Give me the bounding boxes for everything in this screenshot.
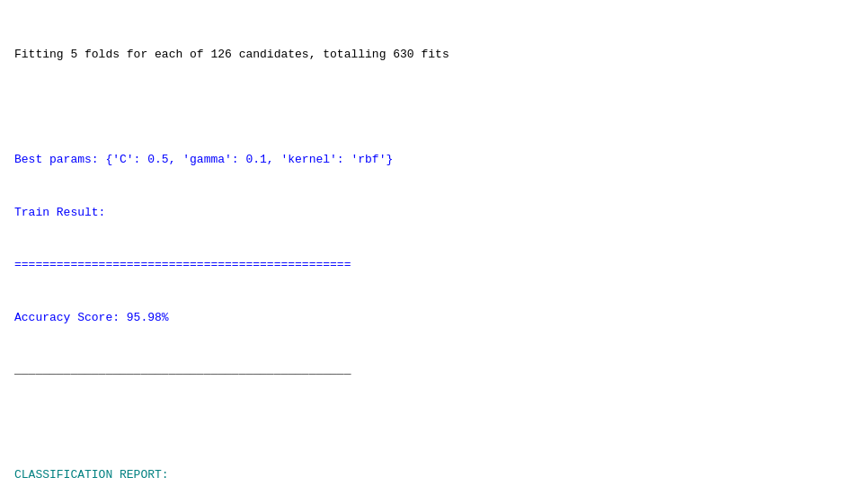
train-classification-header: CLASSIFICATION REPORT: (14, 466, 848, 484)
train-result-label: Train Result: (14, 204, 848, 222)
train-separator-1: ========================================… (14, 256, 848, 274)
fitting-line: Fitting 5 folds for each of 126 candidat… (14, 46, 848, 64)
console-output: Fitting 5 folds for each of 126 candidat… (14, 11, 848, 504)
blank-line-2 (14, 414, 848, 432)
blank-line-1 (14, 99, 848, 117)
best-params-line: Best params: {'C': 0.5, 'gamma': 0.1, 'k… (14, 151, 848, 169)
train-separator-2: ________________________________________… (14, 361, 848, 379)
train-accuracy-score: Accuracy Score: 95.98% (14, 309, 848, 327)
